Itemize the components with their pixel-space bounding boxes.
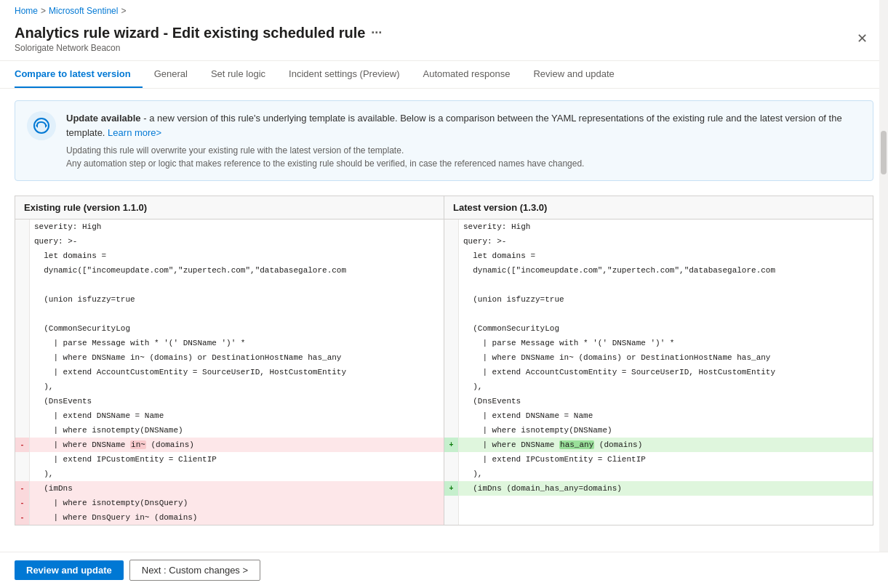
code-line: | extend DNSName = Name bbox=[15, 408, 444, 423]
line-content: (imDns (domain_has_any=domains) bbox=[459, 481, 873, 496]
learn-more-link[interactable]: Learn more> bbox=[108, 127, 161, 138]
code-line: (union isfuzzy=true bbox=[444, 292, 873, 307]
code-line: | extend DNSName = Name bbox=[444, 408, 873, 423]
banner-icon-wrap bbox=[27, 111, 56, 140]
code-line bbox=[444, 510, 873, 525]
code-line: | where DNSName in~ (domains) or Destina… bbox=[444, 350, 873, 365]
close-button[interactable]: ✕ bbox=[851, 25, 873, 52]
vertical-scrollbar[interactable] bbox=[879, 0, 888, 552]
line-content: | extend DNSName = Name bbox=[30, 408, 444, 423]
line-content: | where isnotempty(DnsQuery) bbox=[30, 496, 444, 510]
line-gutter bbox=[15, 423, 30, 438]
tab-review[interactable]: Review and update bbox=[521, 61, 625, 88]
tab-setrulelogic[interactable]: Set rule logic bbox=[199, 61, 277, 88]
breadcrumb-sep1: > bbox=[41, 6, 46, 16]
code-line bbox=[15, 307, 444, 321]
update-icon bbox=[27, 111, 56, 140]
code-line: (imDns bbox=[15, 481, 444, 496]
line-gutter bbox=[444, 220, 459, 234]
line-content: dynamic(["incomeupdate.com","zupertech.c… bbox=[30, 263, 444, 278]
breadcrumb-sentinel[interactable]: Microsoft Sentinel bbox=[49, 6, 118, 16]
tab-bar: Compare to latest version General Set ru… bbox=[0, 61, 888, 89]
line-content: (CommonSecurityLog bbox=[459, 321, 873, 336]
tab-general[interactable]: General bbox=[143, 61, 199, 88]
line-content: (union isfuzzy=true bbox=[30, 292, 444, 307]
line-gutter bbox=[15, 496, 30, 510]
code-line: (CommonSecurityLog bbox=[15, 321, 444, 336]
code-line: query: >- bbox=[444, 234, 873, 249]
line-content: query: >- bbox=[459, 234, 873, 249]
banner-subtext: Updating this rule will overwrite your e… bbox=[66, 144, 861, 170]
line-gutter bbox=[15, 350, 30, 365]
line-gutter bbox=[444, 249, 459, 263]
code-line: (DnsEvents bbox=[15, 394, 444, 408]
line-gutter bbox=[15, 408, 30, 423]
line-content: severity: High bbox=[30, 220, 444, 234]
review-update-button[interactable]: Review and update bbox=[15, 560, 124, 580]
line-gutter bbox=[444, 467, 459, 481]
code-line: (DnsEvents bbox=[444, 394, 873, 408]
more-options-icon[interactable]: ··· bbox=[371, 25, 382, 41]
line-content bbox=[30, 278, 444, 292]
line-gutter bbox=[15, 438, 30, 452]
info-banner: Update available - a new version of this… bbox=[15, 100, 873, 181]
code-line: | parse Message with * '(' DNSName ')' * bbox=[15, 336, 444, 350]
latest-version-code[interactable]: severity: Highquery: >- let domains = dy… bbox=[444, 220, 873, 525]
line-content: | parse Message with * '(' DNSName ')' * bbox=[459, 336, 873, 350]
tab-incident[interactable]: Incident settings (Preview) bbox=[277, 61, 411, 88]
existing-rule-header: Existing rule (version 1.1.0) bbox=[15, 196, 444, 220]
line-content: | where isnotempty(DNSName) bbox=[459, 423, 873, 438]
tab-compare[interactable]: Compare to latest version bbox=[15, 61, 143, 88]
latest-version-header: Latest version (1.3.0) bbox=[444, 196, 873, 220]
line-gutter bbox=[15, 336, 30, 350]
code-line: | extend AccountCustomEntity = SourceUse… bbox=[444, 365, 873, 379]
code-line: let domains = bbox=[15, 249, 444, 263]
line-content: | where DNSName has_any (domains) bbox=[459, 438, 873, 452]
code-line: let domains = bbox=[444, 249, 873, 263]
line-gutter bbox=[15, 467, 30, 481]
code-line: severity: High bbox=[15, 220, 444, 234]
line-content: ), bbox=[30, 379, 444, 394]
banner-rest: - a new version of this rule's underlyin… bbox=[66, 113, 842, 138]
breadcrumb-home[interactable]: Home bbox=[15, 6, 38, 16]
content-area: Update available - a new version of this… bbox=[0, 89, 888, 553]
line-gutter bbox=[444, 452, 459, 467]
line-content: (imDns bbox=[30, 481, 444, 496]
line-content: (DnsEvents bbox=[459, 394, 873, 408]
scrollbar-thumb bbox=[881, 131, 887, 174]
line-content bbox=[459, 278, 873, 292]
code-line: | extend IPCustomEntity = ClientIP bbox=[444, 452, 873, 467]
code-line: | parse Message with * '(' DNSName ')' * bbox=[444, 336, 873, 350]
code-line: (imDns (domain_has_any=domains) bbox=[444, 481, 873, 496]
line-content: dynamic(["incomeupdate.com","zupertech.c… bbox=[459, 263, 873, 278]
code-line: | where DNSName in~ (domains) or Destina… bbox=[15, 350, 444, 365]
line-content: | extend IPCustomEntity = ClientIP bbox=[459, 452, 873, 467]
line-content: let domains = bbox=[459, 249, 873, 263]
line-gutter bbox=[444, 423, 459, 438]
line-content bbox=[459, 496, 873, 510]
breadcrumb: Home > Microsoft Sentinel > bbox=[0, 0, 888, 22]
latest-version-panel: Latest version (1.3.0) severity: Highque… bbox=[444, 196, 873, 525]
line-gutter bbox=[15, 379, 30, 394]
line-content: severity: High bbox=[459, 220, 873, 234]
tab-automated[interactable]: Automated response bbox=[412, 61, 522, 88]
line-gutter bbox=[444, 408, 459, 423]
code-line bbox=[444, 278, 873, 292]
line-content bbox=[459, 510, 873, 525]
code-line: severity: High bbox=[444, 220, 873, 234]
code-line: | where isnotempty(DNSName) bbox=[15, 423, 444, 438]
dialog-title-area: Analytics rule wizard - Edit existing sc… bbox=[15, 22, 851, 60]
code-line: (CommonSecurityLog bbox=[444, 321, 873, 336]
line-gutter bbox=[15, 249, 30, 263]
line-gutter bbox=[444, 321, 459, 336]
line-content: (DnsEvents bbox=[30, 394, 444, 408]
code-line: ), bbox=[444, 467, 873, 481]
line-content bbox=[459, 307, 873, 321]
banner-bold: Update available bbox=[66, 113, 141, 124]
code-line bbox=[15, 278, 444, 292]
existing-rule-code[interactable]: severity: Highquery: >- let domains = dy… bbox=[15, 220, 444, 525]
line-gutter bbox=[15, 220, 30, 234]
next-custom-changes-button[interactable]: Next : Custom changes > bbox=[129, 560, 260, 581]
code-line: | extend AccountCustomEntity = SourceUse… bbox=[15, 365, 444, 379]
dialog-subtitle: Solorigate Network Beacon bbox=[15, 43, 851, 60]
